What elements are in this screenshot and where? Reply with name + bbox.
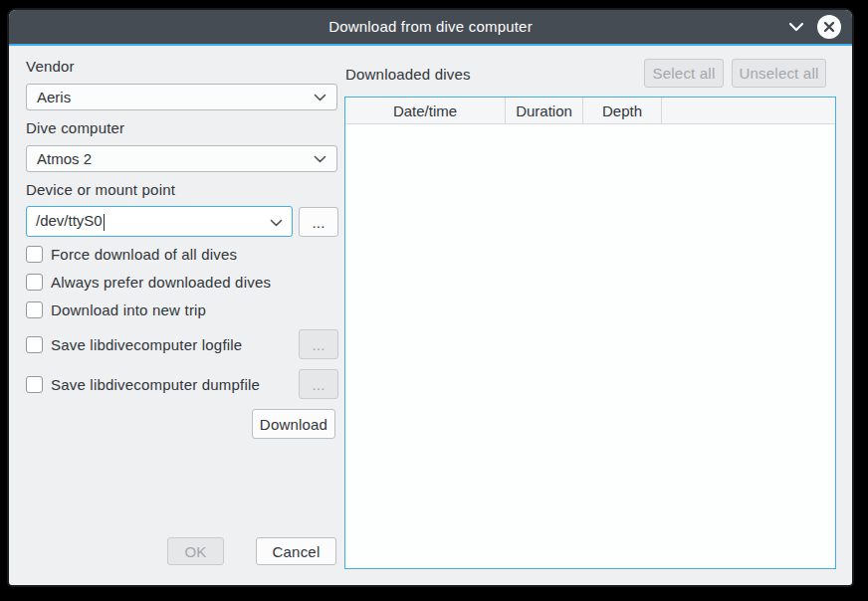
save-logfile-checkbox-row[interactable]: Save libdivecomputer logfile [26,336,242,353]
column-header-depth[interactable]: Depth [583,98,662,123]
select-all-button[interactable]: Select all [644,59,724,88]
downloaded-dives-heading: Downloaded dives [345,66,471,83]
device-label: Device or mount point [26,181,175,198]
device-value: /dev/ttyS0 [36,212,105,231]
table-body-empty[interactable] [345,124,835,568]
text-caret [104,214,105,231]
downloaded-dives-table[interactable]: Date/time Duration Depth [344,97,836,569]
window-title: Download from dive computer [9,10,852,44]
dumpfile-browse-button[interactable]: ... [299,369,338,399]
checkbox-unchecked[interactable] [26,274,43,291]
dive-computer-select-value: Atmos 2 [37,150,92,167]
titlebar-accent-line [9,44,852,46]
chevron-down-icon [314,155,326,163]
chevron-down-icon [314,94,326,101]
new-trip-checkbox-row[interactable]: Download into new trip [26,301,206,318]
logfile-browse-button[interactable]: ... [299,329,338,359]
titlebar[interactable]: Download from dive computer [9,10,852,44]
checkbox-unchecked[interactable] [26,336,43,353]
checkbox-unchecked[interactable] [26,376,43,393]
checkbox-unchecked[interactable] [26,246,43,263]
cancel-button[interactable]: Cancel [256,537,336,565]
chevron-down-icon[interactable] [788,22,804,32]
device-browse-button[interactable]: ... [299,207,338,237]
table-header-row: Date/time Duration Depth [345,98,835,124]
dive-computer-label: Dive computer [26,119,124,136]
ok-button[interactable]: OK [167,537,224,565]
checkbox-label: Save libdivecomputer logfile [51,336,242,353]
checkbox-label: Save libdivecomputer dumpfile [51,376,260,393]
prefer-downloaded-checkbox-row[interactable]: Always prefer downloaded dives [26,274,271,291]
download-dialog: Download from dive computer Vendor Aeris… [9,10,852,585]
device-combobox[interactable]: /dev/ttyS0 [26,206,293,237]
chevron-down-icon [270,213,283,230]
unselect-all-button[interactable]: Unselect all [732,59,826,88]
vendor-label: Vendor [26,58,75,75]
vendor-select[interactable]: Aeris [26,84,337,110]
vendor-select-value: Aeris [37,89,71,105]
checkbox-unchecked[interactable] [26,301,43,318]
column-header-spacer [662,98,835,123]
checkbox-label: Always prefer downloaded dives [51,274,271,291]
save-dumpfile-checkbox-row[interactable]: Save libdivecomputer dumpfile [26,376,260,393]
dive-computer-select[interactable]: Atmos 2 [26,145,337,172]
column-header-datetime[interactable]: Date/time [345,98,506,123]
checkbox-label: Force download of all dives [51,246,237,263]
download-button[interactable]: Download [252,409,335,439]
column-header-duration[interactable]: Duration [506,98,583,123]
close-button[interactable] [817,15,841,39]
titlebar-controls [788,10,841,44]
force-download-checkbox-row[interactable]: Force download of all dives [26,246,237,263]
checkbox-label: Download into new trip [51,301,206,318]
